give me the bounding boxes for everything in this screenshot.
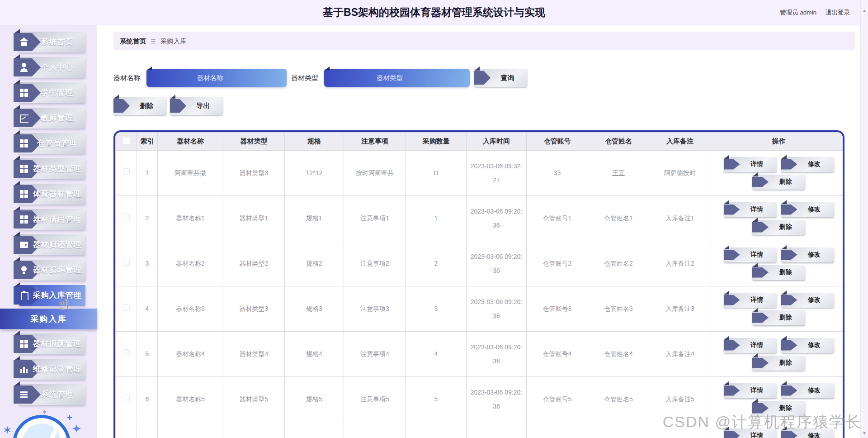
- detail-button[interactable]: 详情: [724, 202, 777, 217]
- sidebar-item-6[interactable]: 体育器材管理: [14, 184, 85, 205]
- sidebar-item-label: 系统首页: [29, 32, 85, 52]
- cell-time: 2023-03-06 09:20:36: [471, 389, 522, 410]
- detail-button[interactable]: 详情: [724, 157, 777, 172]
- detail-button[interactable]: 详情: [724, 338, 777, 353]
- sidebar-item-10[interactable]: 采购入库管理: [14, 285, 85, 306]
- grid-icon: [19, 139, 28, 148]
- ribbon-fold: [14, 381, 20, 386]
- edit-button[interactable]: 修改: [781, 383, 834, 398]
- sidebar-item-3[interactable]: 教师管理: [14, 108, 85, 129]
- cell-manager: 仓管姓名2: [604, 260, 633, 267]
- ribbon-fold: [14, 356, 20, 360]
- equipment-name-input[interactable]: [146, 69, 287, 87]
- edit-button[interactable]: 修改: [781, 338, 834, 353]
- vertical-scrollbar[interactable]: ▲ ▼: [860, 0, 868, 438]
- scroll-down-icon[interactable]: ▼: [861, 430, 868, 435]
- cell-time: 2023-03-06 09:32:27: [471, 162, 522, 184]
- cell-account: 33: [554, 169, 561, 176]
- sparkle-icon: ✦: [71, 423, 82, 435]
- export-button[interactable]: 导出: [170, 97, 223, 115]
- sidebar-subitem-10-0[interactable]: 采购入库: [0, 309, 97, 329]
- sidebar-item-4[interactable]: 仓管员管理: [14, 133, 85, 154]
- sidebar-item-7[interactable]: 器材借用管理: [14, 209, 85, 230]
- edit-button[interactable]: 修改: [781, 157, 834, 172]
- delete-button[interactable]: 删除: [752, 175, 805, 190]
- edit-button[interactable]: 修改: [781, 248, 834, 262]
- detail-button[interactable]: 详情: [724, 293, 777, 308]
- cell-name: 器材名称2: [176, 260, 205, 267]
- main-content: 系统首页 ☰ 采购入库 器材名称 器材类型 查询 删除 导出 索引器材名称器材类…: [97, 25, 860, 438]
- column-header: 仓管账号: [527, 133, 588, 151]
- logout-link[interactable]: 退出登录: [826, 9, 850, 17]
- sidebar-item-1[interactable]: 个人中心: [14, 57, 85, 78]
- edit-button[interactable]: 修改: [781, 202, 834, 217]
- star-sparkle-icon: ✶: [3, 425, 12, 436]
- select-all-checkbox[interactable]: [123, 138, 130, 144]
- sidebar-item-0[interactable]: 系统首页: [14, 32, 85, 52]
- ribbon-fold: [14, 156, 20, 160]
- cell-qty: 11: [433, 169, 439, 176]
- clipboard-icon: [19, 291, 28, 300]
- delete-button[interactable]: 删除: [752, 310, 805, 325]
- detail-button[interactable]: 详情: [724, 248, 777, 262]
- scroll-up-icon[interactable]: ▲: [861, 8, 868, 13]
- cell-remark: 入库备注5: [665, 395, 694, 403]
- grid-icon: [19, 164, 28, 173]
- sidebar-item-13[interactable]: 系统管理: [14, 384, 85, 405]
- row-checkbox[interactable]: [123, 259, 130, 266]
- cell-time: 2023-03-06 09:20:36: [471, 208, 522, 229]
- table-row: 4器材名称3器材类型3规格3注意事项332023-03-06 09:20:36仓…: [116, 286, 845, 332]
- sidebar-item-label: 学生管理: [29, 82, 85, 103]
- table-row: 6器材名称5器材类型5规格5注意事项552023-03-06 09:20:36仓…: [116, 377, 845, 422]
- cell-spec: 规格1: [306, 214, 322, 222]
- wallet-icon: [19, 240, 28, 249]
- purchase-inbound-table: 索引器材名称器材类型规格注意事项采购数量入库时间仓管账号仓管姓名入库备注操作 1…: [113, 130, 844, 438]
- list-icon: [19, 390, 28, 399]
- sidebar-item-11[interactable]: 器材报废管理: [14, 333, 85, 354]
- cell-manager: 王五: [612, 169, 625, 176]
- row-checkbox[interactable]: [123, 349, 130, 356]
- ribbon-fold: [14, 54, 20, 58]
- column-header: 注意事项: [344, 133, 406, 151]
- edit-button[interactable]: 修改: [781, 293, 834, 308]
- row-checkbox[interactable]: [123, 395, 130, 401]
- equipment-type-input-wrap: [324, 69, 470, 87]
- cell-remark: 入库备注1: [665, 214, 694, 222]
- cell-account: 仓管账号3: [543, 305, 572, 312]
- row-checkbox[interactable]: [123, 214, 130, 220]
- row-checkbox[interactable]: [123, 168, 130, 175]
- chart-icon: [19, 114, 28, 123]
- ribbon-fold: [14, 206, 20, 210]
- edit-button[interactable]: 修改: [781, 428, 834, 438]
- column-header: 器材名称: [158, 133, 223, 151]
- cell-time: 2023-03-06 09:20:36: [471, 343, 522, 365]
- sidebar-item-9[interactable]: 器材损坏管理: [14, 260, 85, 281]
- query-button[interactable]: 查询: [474, 69, 527, 87]
- sidebar-item-12[interactable]: 维修记录管理: [14, 359, 85, 380]
- detail-button[interactable]: 详情: [724, 383, 777, 398]
- detail-button[interactable]: 详情: [724, 428, 777, 438]
- sidebar-item-2[interactable]: 学生管理: [14, 82, 85, 103]
- equipment-type-input[interactable]: [324, 69, 470, 87]
- delete-button[interactable]: 删除: [752, 220, 805, 235]
- cell-account: 仓管账号4: [543, 350, 572, 357]
- ribbon-fold: [14, 282, 20, 286]
- grid-icon: [19, 339, 28, 348]
- column-header: 索引: [137, 133, 158, 151]
- cell-account: 仓管账号5: [543, 395, 572, 403]
- delete-button[interactable]: 删除: [752, 265, 805, 280]
- equipment-name-label: 器材名称: [113, 74, 141, 82]
- delete-button[interactable]: 删除: [113, 97, 166, 115]
- delete-button[interactable]: 删除: [752, 401, 805, 416]
- ribbon-fold: [14, 80, 20, 84]
- sidebar-item-label: 体育器材管理: [29, 184, 85, 205]
- sidebar-item-8[interactable]: 器材归还管理: [14, 234, 85, 255]
- breadcrumb-home[interactable]: 系统首页: [120, 37, 146, 46]
- cell-type: 器材类型5: [240, 395, 269, 403]
- column-header: 操作: [711, 133, 845, 151]
- sidebar-item-label: 器材报废管理: [29, 333, 85, 354]
- delete-button[interactable]: 删除: [752, 356, 805, 371]
- cell-name: 器材名称3: [176, 305, 205, 312]
- sidebar-item-5[interactable]: 器材类型管理: [14, 158, 85, 179]
- row-checkbox[interactable]: [123, 304, 130, 311]
